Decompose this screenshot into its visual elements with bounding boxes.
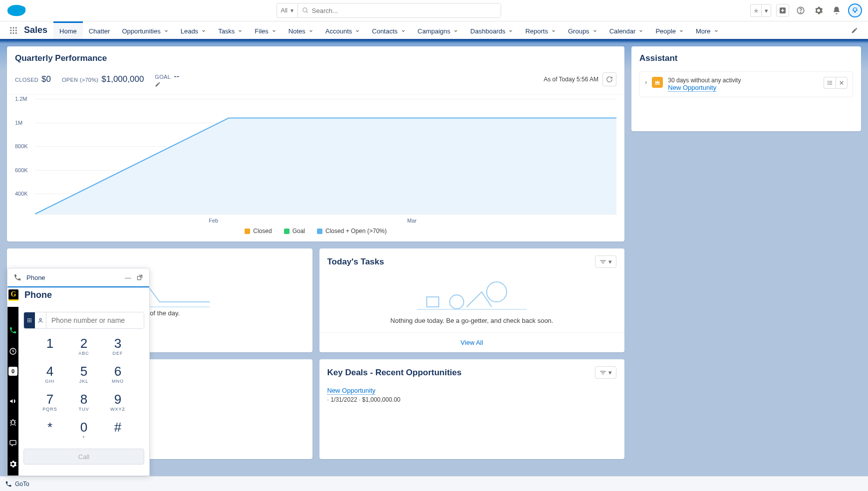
nav-tab-groups[interactable]: Groups — [562, 21, 603, 39]
nav-tab-home[interactable]: Home — [53, 21, 83, 39]
call-button[interactable]: Call — [23, 449, 144, 465]
dialkey-num: # — [114, 421, 121, 434]
svg-point-26 — [487, 282, 507, 302]
dialkey-6[interactable]: 6MNO — [103, 365, 132, 384]
chevron-down-icon[interactable] — [272, 28, 277, 33]
nav-tab-dashboards[interactable]: Dashboards — [464, 21, 519, 39]
assistant-dismiss-icon[interactable] — [836, 77, 848, 89]
nav-tab-people[interactable]: People — [649, 21, 689, 39]
assistant-card: Assistant › 30 days without any activity… — [631, 46, 861, 131]
svg-rect-24 — [427, 297, 439, 307]
dialkey-5[interactable]: 5JKL — [69, 365, 98, 384]
svg-point-12 — [10, 27, 11, 28]
utility-bar: GoTo — [0, 476, 868, 491]
search-input-wrap[interactable] — [298, 3, 501, 17]
refresh-button[interactable] — [602, 72, 616, 86]
nav-tab-label: Opportunities — [122, 27, 160, 35]
dialkey-7[interactable]: 7PQRS — [35, 393, 64, 412]
dialkey-9[interactable]: 9WXYZ — [103, 393, 132, 412]
chevron-down-icon[interactable] — [238, 28, 243, 33]
tasks-view-all[interactable]: View All — [319, 332, 625, 352]
chevron-down-icon[interactable] — [355, 28, 360, 33]
phone-number-input-wrap — [23, 312, 144, 329]
chevron-down-icon[interactable] — [679, 28, 684, 33]
app-launcher-icon[interactable] — [5, 21, 22, 39]
dialkey-3[interactable]: 3DEF — [103, 337, 132, 356]
setup-gear-icon[interactable] — [812, 4, 825, 17]
side-bug-icon[interactable] — [7, 417, 18, 428]
chevron-down-icon[interactable] — [308, 28, 313, 33]
chevron-down-icon[interactable] — [201, 28, 206, 33]
phone-header-title: Phone — [26, 274, 120, 281]
chevron-down-icon — [608, 369, 612, 376]
assistant-item-link[interactable]: New Opportunity — [668, 84, 716, 92]
star-icon[interactable]: ★ — [750, 4, 761, 17]
dialpad-mode-icon[interactable] — [24, 312, 35, 328]
dialkey-num: * — [47, 421, 52, 434]
add-button[interactable] — [776, 4, 789, 17]
nav-tab-more[interactable]: More — [690, 21, 725, 39]
user-avatar[interactable] — [848, 3, 862, 17]
svg-point-8 — [851, 6, 860, 15]
favorites-combo[interactable]: ★ — [750, 4, 771, 17]
side-badge[interactable]: 0 — [8, 367, 17, 376]
tasks-filter-button[interactable] — [595, 255, 616, 268]
nav-tab-files[interactable]: Files — [249, 21, 282, 39]
nav-tab-opportunities[interactable]: Opportunities — [116, 21, 174, 39]
search-scope-dropdown[interactable]: All — [277, 3, 298, 17]
chevron-down-icon[interactable] — [164, 28, 169, 33]
chevron-down-icon[interactable] — [714, 28, 719, 33]
side-history-icon[interactable] — [7, 346, 18, 357]
nav-tab-tasks[interactable]: Tasks — [212, 21, 249, 39]
svg-point-10 — [856, 9, 858, 11]
chevron-down-icon[interactable] — [508, 28, 513, 33]
dialkey-8[interactable]: 8TUV — [69, 393, 98, 412]
dialkey-0[interactable]: 0+ — [69, 421, 98, 440]
nav-tab-accounts[interactable]: Accounts — [319, 21, 366, 39]
nav-tab-label: Chatter — [89, 27, 110, 35]
nav-tab-leads[interactable]: Leads — [175, 21, 212, 39]
global-header: All ★ — [0, 0, 868, 21]
chevron-down-icon[interactable] — [592, 28, 597, 33]
legend-swatch — [284, 229, 289, 234]
nav-tab-campaigns[interactable]: Campaigns — [412, 21, 465, 39]
popout-icon[interactable] — [136, 274, 143, 281]
edit-goal-icon[interactable] — [155, 81, 182, 87]
side-announcement-icon[interactable] — [7, 396, 18, 407]
assistant-action-list-icon[interactable] — [824, 77, 836, 89]
expand-chevron-icon[interactable]: › — [645, 77, 647, 86]
help-icon[interactable] — [794, 4, 807, 17]
minimize-icon[interactable]: — — [125, 274, 131, 281]
phone-number-input[interactable] — [46, 312, 144, 328]
nav-tab-contacts[interactable]: Contacts — [366, 21, 411, 39]
chevron-down-icon[interactable] — [401, 28, 406, 33]
chevron-down-icon[interactable] — [551, 28, 556, 33]
side-chat-icon[interactable] — [7, 438, 18, 449]
key-deals-filter-button[interactable] — [595, 366, 616, 379]
search-input[interactable] — [312, 7, 497, 14]
chevron-down-icon[interactable] — [638, 28, 643, 33]
chevron-down-icon[interactable] — [761, 4, 771, 17]
dialkey-2[interactable]: 2ABC — [69, 337, 98, 356]
dialkey-num: 1 — [46, 337, 53, 350]
nav-tab-notes[interactable]: Notes — [283, 21, 319, 39]
utility-goto[interactable]: GoTo — [5, 481, 29, 488]
nav-tab-chatter[interactable]: Chatter — [83, 21, 116, 39]
nav-tab-label: More — [696, 27, 711, 35]
key-deal-link[interactable]: New Opportunity — [327, 387, 376, 395]
side-settings-gear-icon[interactable] — [7, 459, 18, 470]
edit-nav-button[interactable] — [846, 21, 863, 39]
dialkey-4[interactable]: 4GHI — [35, 365, 64, 384]
dialkey-#[interactable]: # — [103, 421, 132, 440]
chevron-down-icon[interactable] — [453, 28, 458, 33]
nav-tab-calendar[interactable]: Calendar — [603, 21, 650, 39]
side-call-icon[interactable] — [7, 325, 18, 336]
nav-tab-reports[interactable]: Reports — [519, 21, 562, 39]
contacts-mode-icon[interactable] — [35, 312, 46, 328]
dialkey-letters: TUV — [79, 407, 89, 412]
qp-open-label: OPEN (>70%) — [62, 77, 98, 83]
svg-point-52 — [39, 318, 41, 320]
dialkey-1[interactable]: 1 — [35, 337, 64, 356]
notifications-bell-icon[interactable] — [830, 4, 843, 17]
dialkey-*[interactable]: * — [35, 421, 64, 440]
